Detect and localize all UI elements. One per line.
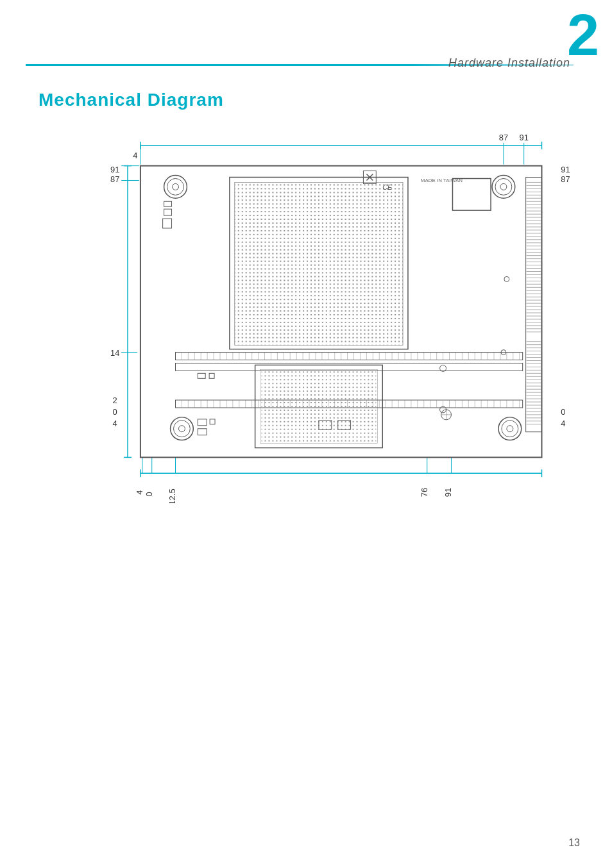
svg-text:4: 4	[133, 151, 137, 160]
page-title: Mechanical Diagram	[38, 90, 224, 110]
svg-text:87: 87	[499, 133, 508, 142]
header-title: Hardware Installation	[448, 56, 570, 70]
svg-point-241	[174, 421, 191, 437]
svg-text:4: 4	[561, 419, 565, 428]
svg-text:76: 76	[420, 488, 429, 497]
svg-text:4: 4	[113, 419, 117, 428]
svg-rect-267	[198, 373, 205, 378]
svg-rect-129	[176, 353, 523, 360]
svg-text:14: 14	[110, 348, 119, 358]
svg-point-247	[495, 178, 512, 195]
svg-text:87: 87	[110, 174, 119, 184]
svg-text:91: 91	[443, 488, 453, 497]
svg-text:2: 2	[113, 396, 117, 405]
svg-point-242	[178, 426, 185, 432]
svg-rect-125	[235, 182, 403, 345]
svg-rect-119	[164, 209, 172, 215]
svg-text:0: 0	[144, 492, 154, 496]
svg-text:4: 4	[135, 490, 144, 494]
svg-point-117	[173, 183, 179, 190]
svg-rect-250	[198, 429, 207, 435]
page-number: 13	[568, 837, 580, 849]
diagram-svg: 4 87 91 91 87 91 87 14 2 0 4 0 4	[38, 125, 586, 503]
chapter-number: 2	[567, 6, 599, 64]
svg-text:CE: CE	[382, 183, 393, 191]
svg-rect-268	[209, 373, 214, 378]
svg-point-244	[502, 421, 518, 437]
svg-text:0: 0	[113, 407, 117, 417]
svg-text:12.5: 12.5	[168, 488, 178, 503]
svg-point-261	[504, 276, 509, 281]
svg-text:91: 91	[110, 165, 119, 174]
svg-rect-120	[163, 219, 172, 228]
svg-text:0: 0	[561, 407, 565, 417]
svg-text:91: 91	[561, 165, 570, 174]
page-header: 2 Hardware Installation	[0, 0, 612, 83]
svg-point-116	[167, 178, 184, 195]
svg-rect-249	[198, 419, 207, 426]
svg-rect-128	[262, 371, 377, 442]
svg-text:91: 91	[520, 133, 529, 142]
svg-text:87: 87	[561, 174, 570, 184]
svg-point-245	[507, 426, 513, 432]
svg-point-248	[500, 183, 507, 190]
mechanical-diagram: 4 87 91 91 87 91 87 14 2 0 4 0 4	[38, 125, 586, 503]
svg-rect-251	[210, 419, 215, 424]
svg-rect-39	[526, 178, 542, 432]
svg-rect-118	[164, 201, 172, 206]
